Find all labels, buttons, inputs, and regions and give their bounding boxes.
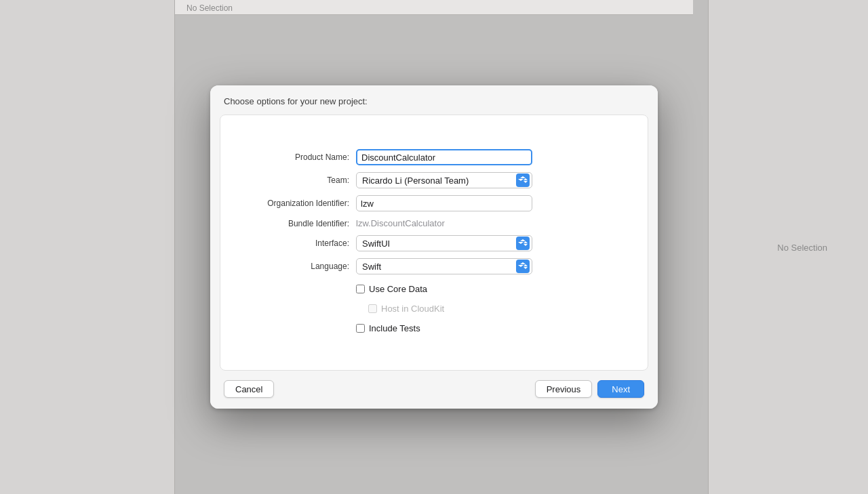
interface-select[interactable]: SwiftUI Storyboard <box>356 235 532 251</box>
language-label: Language: <box>311 262 349 271</box>
bundle-identifier-label: Bundle Identifier: <box>288 219 349 228</box>
cancel-button[interactable]: Cancel <box>224 380 274 398</box>
org-identifier-input[interactable] <box>356 195 532 211</box>
host-in-cloudkit-row: Host in CloudKit <box>368 304 634 314</box>
bundle-identifier-row: Bundle Identifier: lzw.DiscountCalculato… <box>234 218 634 228</box>
language-select[interactable]: Swift Objective-C <box>356 258 532 274</box>
product-name-row: Product Name: <box>234 149 634 165</box>
product-name-input[interactable] <box>356 149 532 165</box>
team-label: Team: <box>327 176 349 185</box>
new-project-dialog: Choose options for your new project: Pro… <box>210 85 658 409</box>
host-in-cloudkit-checkbox <box>368 304 377 313</box>
include-tests-row: Include Tests <box>356 323 634 333</box>
interface-label: Interface: <box>315 239 349 248</box>
checkboxes-row: Use Core Data Host in CloudKit Include T… <box>234 281 634 336</box>
previous-button[interactable]: Previous <box>535 380 593 398</box>
language-select-wrapper: Swift Objective-C <box>356 258 532 274</box>
use-core-data-row: Use Core Data <box>356 284 634 294</box>
team-select-wrapper: Ricardo Li (Personal Team) None <box>356 172 532 188</box>
org-identifier-label: Organization Identifier: <box>267 199 349 208</box>
navigation-buttons: Previous Next <box>535 380 644 398</box>
interface-select-wrapper: SwiftUI Storyboard <box>356 235 532 251</box>
language-row: Language: Swift Objective-C <box>234 258 634 274</box>
interface-row: Interface: SwiftUI Storyboard <box>234 235 634 251</box>
dialog-title-bar: Choose options for your new project: <box>210 85 658 115</box>
dialog-overlay: Choose options for your new project: Pro… <box>0 0 868 494</box>
dialog-footer: Cancel Previous Next <box>210 371 658 409</box>
form-table: Product Name: Team: <box>234 142 634 343</box>
dialog-form-area: Product Name: Team: <box>220 115 648 371</box>
org-identifier-row: Organization Identifier: <box>234 195 634 211</box>
include-tests-checkbox[interactable] <box>356 324 365 333</box>
use-core-data-checkbox[interactable] <box>356 285 365 293</box>
use-core-data-label[interactable]: Use Core Data <box>369 284 427 294</box>
bundle-identifier-value: lzw.DiscountCalculator <box>356 217 445 230</box>
next-button[interactable]: Next <box>597 380 644 398</box>
host-in-cloudkit-label: Host in CloudKit <box>381 304 444 314</box>
product-name-label: Product Name: <box>295 152 349 162</box>
include-tests-label[interactable]: Include Tests <box>369 323 420 333</box>
dialog-title: Choose options for your new project: <box>224 96 368 106</box>
team-select[interactable]: Ricardo Li (Personal Team) None <box>356 172 532 188</box>
team-row: Team: Ricardo Li (Personal Team) None <box>234 172 634 188</box>
